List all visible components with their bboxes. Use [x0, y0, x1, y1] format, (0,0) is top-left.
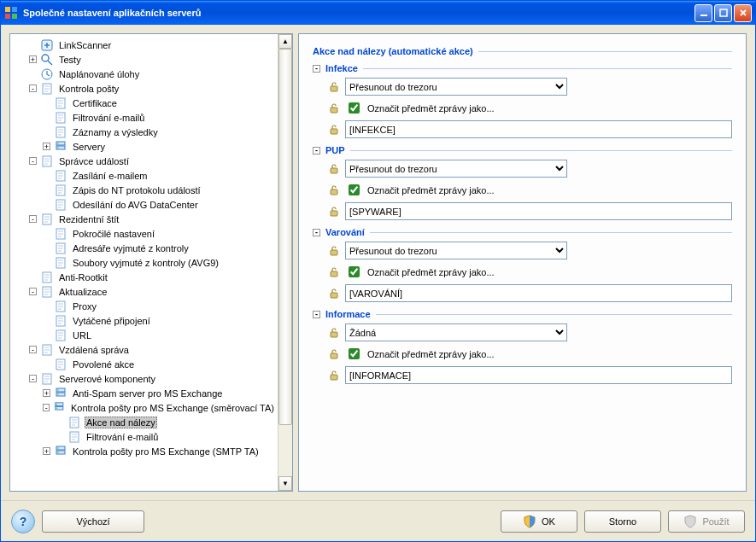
mark-checkbox[interactable]	[349, 266, 360, 277]
scroll-thumb[interactable]	[278, 49, 292, 425]
collapse-icon[interactable]: -	[29, 157, 37, 165]
svg-point-45	[57, 447, 59, 449]
tree-item[interactable]: +Anti-Spam server pro MS Exchange	[12, 386, 276, 400]
tree-item[interactable]: Povolené akce	[12, 357, 276, 371]
tag-input[interactable]	[345, 120, 732, 138]
lock-icon	[328, 163, 340, 175]
tree-item[interactable]: Zápis do NT protokolu událostí	[12, 183, 276, 197]
action-select[interactable]: Přesunout do trezoru	[345, 78, 567, 96]
collapse-icon[interactable]: -	[313, 229, 320, 236]
mark-checkbox[interactable]	[349, 184, 360, 195]
tree-item-label: Anti-Rootkit	[57, 271, 109, 283]
expand-icon[interactable]: +	[29, 55, 37, 63]
mark-row: Označit předmět zprávy jako...	[313, 264, 732, 280]
titlebar[interactable]: Společné nastavení aplikačních serverů	[1, 1, 755, 25]
collapse-icon[interactable]: -	[29, 346, 37, 353]
page-icon	[54, 242, 67, 255]
detection-group: -VarováníPřesunout do trezoruOznačit pře…	[313, 227, 732, 302]
tree-item[interactable]: -Vzdálená správa	[12, 342, 276, 357]
tree-item[interactable]: Filtrování e-mailů	[12, 429, 276, 444]
help-button[interactable]: ?	[11, 510, 35, 533]
scroll-down-button[interactable]: ▼	[278, 476, 292, 491]
tree-item[interactable]: -Aktualizace	[12, 284, 276, 299]
tree-item[interactable]: URL	[12, 328, 276, 342]
tree-item[interactable]: +Servery	[12, 139, 276, 154]
page-icon	[54, 256, 67, 270]
tree-item[interactable]: Pokročilé nastavení	[12, 226, 276, 241]
collapse-icon[interactable]: -	[313, 147, 320, 154]
tree-item[interactable]: Certifikace	[12, 96, 276, 110]
mark-checkbox[interactable]	[349, 348, 360, 359]
group-title: Infekce	[325, 63, 358, 73]
cancel-button[interactable]: Storno	[584, 510, 661, 533]
minimize-button[interactable]	[694, 4, 712, 22]
tree-item[interactable]: +Kontrola pošty pro MS Exchange (SMTP TA…	[12, 444, 276, 458]
maximize-button[interactable]	[714, 4, 732, 22]
page-icon	[40, 213, 54, 226]
page-icon	[40, 372, 54, 386]
page-icon	[40, 343, 54, 357]
collapse-icon[interactable]: -	[313, 311, 320, 318]
collapse-icon[interactable]: -	[43, 404, 50, 411]
expand-placeholder	[43, 244, 50, 252]
tree-item[interactable]: +Testy	[12, 52, 276, 67]
tree-item[interactable]: Anti-Rootkit	[12, 270, 276, 284]
expand-placeholder	[43, 114, 50, 121]
tree-item[interactable]: Filtrování e-mailů	[12, 110, 276, 125]
tree-item-label: Pokročilé nastavení	[71, 228, 156, 240]
page-icon	[67, 430, 81, 444]
tree-item[interactable]: -Kontrola pošty	[12, 81, 276, 96]
mark-checkbox[interactable]	[349, 102, 360, 114]
tree-item-label: Proxy	[71, 300, 98, 312]
default-button[interactable]: Výchozí	[42, 510, 144, 533]
tag-input[interactable]	[345, 202, 732, 220]
tag-input[interactable]	[345, 284, 732, 302]
action-select[interactable]: Žádná	[345, 323, 567, 341]
expand-placeholder	[43, 172, 50, 179]
apply-button[interactable]: Použít	[668, 510, 745, 533]
page-icon	[54, 329, 67, 342]
lock-icon	[328, 288, 340, 300]
expand-placeholder	[29, 41, 37, 49]
tree-item[interactable]: Naplánované úlohy	[12, 67, 276, 81]
detail-panel: Akce nad nálezy (automatické akce) -Infe…	[298, 33, 747, 492]
tree-item[interactable]: Proxy	[12, 299, 276, 313]
tree-item[interactable]: Akce nad nálezy	[12, 415, 276, 429]
tree-item[interactable]: Zasílání e-mailem	[12, 168, 276, 183]
scroll-up-button[interactable]: ▲	[278, 34, 292, 49]
collapse-icon[interactable]: -	[313, 65, 320, 73]
collapse-icon[interactable]: -	[29, 85, 37, 92]
lock-icon	[328, 184, 340, 196]
expand-icon[interactable]: +	[43, 447, 50, 455]
ok-button[interactable]: OK	[501, 510, 577, 533]
tree-item[interactable]: Soubory vyjmuté z kontroly (AVG9)	[12, 255, 276, 270]
vertical-scrollbar[interactable]: ▲ ▼	[278, 34, 292, 491]
collapse-icon[interactable]: -	[29, 288, 37, 295]
tree-view[interactable]: LinkScanner+TestyNaplánované úlohy-Kontr…	[10, 34, 278, 491]
expand-icon[interactable]: +	[43, 389, 50, 397]
close-button[interactable]	[734, 4, 752, 22]
scroll-track[interactable]	[278, 49, 292, 476]
panel-heading-row: Akce nad nálezy (automatické akce)	[313, 46, 732, 56]
expand-icon[interactable]: +	[43, 143, 50, 150]
mark-row: Označit předmět zprávy jako...	[313, 100, 732, 116]
tag-row	[313, 202, 732, 220]
action-select[interactable]: Přesunout do trezoru	[345, 160, 567, 178]
server-icon	[54, 445, 67, 458]
tree-item[interactable]: Záznamy a výsledky	[12, 125, 276, 139]
svg-rect-48	[331, 108, 337, 113]
tree-item[interactable]: -Kontrola pošty pro MS Exchange (směrova…	[12, 400, 276, 415]
tree-item[interactable]: -Rezidentní štít	[12, 212, 276, 226]
svg-point-36	[57, 393, 59, 395]
collapse-icon[interactable]: -	[29, 375, 37, 382]
action-select[interactable]: Přesunout do trezoru	[345, 242, 567, 259]
tag-input[interactable]	[345, 366, 732, 384]
window-title: Společné nastavení aplikačních serverů	[23, 8, 694, 18]
tree-item[interactable]: LinkScanner	[12, 38, 276, 52]
tree-item[interactable]: -Serverové komponenty	[12, 371, 276, 386]
tree-item[interactable]: Vytáčené připojení	[12, 313, 276, 328]
collapse-icon[interactable]: -	[29, 215, 37, 223]
tree-item[interactable]: -Správce událostí	[12, 154, 276, 168]
tree-item[interactable]: Adresáře vyjmuté z kontroly	[12, 241, 276, 255]
tree-item[interactable]: Odesílání do AVG DataCenter	[12, 197, 276, 212]
